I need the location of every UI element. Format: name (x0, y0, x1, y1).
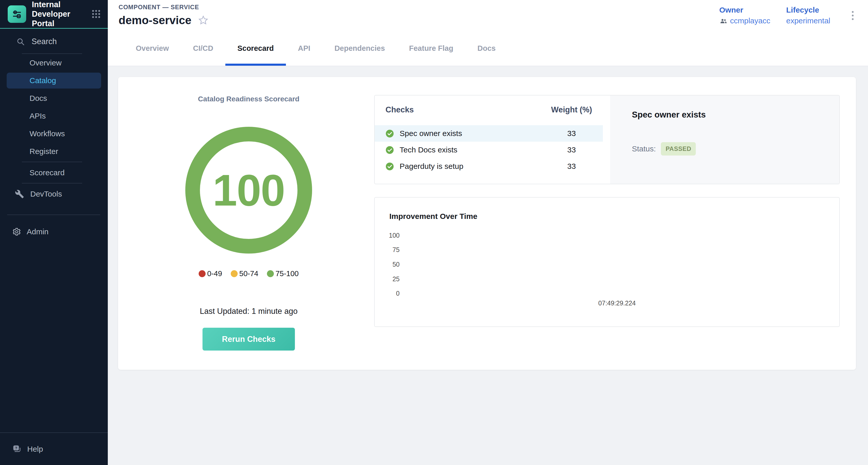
last-updated-text: Last Updated: 1 minute ago (123, 307, 374, 316)
table-row[interactable]: Tech Docs exists 33 (375, 142, 603, 158)
search-icon (16, 37, 25, 46)
sidebar-item-devtools[interactable]: DevTools (0, 185, 108, 203)
sidebar: Internal Developer Portal Search Overvie… (0, 0, 108, 465)
x-axis-tick: 07:49:29.224 (591, 300, 643, 307)
apps-grid-icon[interactable] (92, 10, 100, 18)
divider (22, 162, 82, 162)
help-chat-icon: ? (12, 444, 22, 454)
checks-section: Checks Weight (%) Spec owner exists 33 (374, 77, 856, 370)
check-detail-title: Spec owner exists (632, 110, 824, 120)
checks-table-header: Checks Weight (%) (375, 105, 610, 115)
scorecard-content: Catalog Readiness Scorecard 100 0-49 50-… (108, 66, 868, 465)
group-icon (719, 17, 727, 25)
table-row[interactable]: Pagerduty is setup 33 (375, 158, 603, 175)
tab-feature-flag[interactable]: Feature Flag (397, 31, 465, 66)
sidebar-item-scorecard[interactable]: Scorecard (0, 164, 108, 181)
checks-table: Checks Weight (%) Spec owner exists 33 (375, 95, 610, 184)
owner-value-link[interactable]: ccmplayacc (730, 17, 771, 25)
tab-dependencies[interactable]: Dependencies (322, 31, 397, 66)
sidebar-item-apis[interactable]: APIs (0, 107, 108, 125)
legend-item: 0-49 (199, 270, 222, 278)
divider (22, 183, 82, 184)
favorite-star-icon[interactable] (197, 14, 209, 26)
breadcrumb: COMPONENT — SERVICE (119, 4, 209, 11)
entity-header-meta: Owner ccmplayacc (719, 0, 856, 31)
sidebar-bottom: ? Help (0, 432, 108, 465)
tab-overview[interactable]: Overview (124, 31, 181, 66)
sidebar-search[interactable]: Search (0, 34, 108, 49)
search-label: Search (32, 37, 57, 46)
sidebar-item-help[interactable]: ? Help (0, 433, 108, 465)
sidebar-item-register[interactable]: Register (0, 143, 108, 160)
rerun-checks-button[interactable]: Rerun Checks (203, 328, 295, 350)
legend-dot-0 (199, 270, 206, 277)
table-row[interactable]: Spec owner exists 33 (375, 125, 603, 142)
entity-tabs: Overview CI/CD Scorecard API Dependencie… (108, 31, 868, 66)
circuit-logo-icon (11, 9, 23, 20)
checks-panel: Checks Weight (%) Spec owner exists 33 (374, 95, 840, 184)
y-axis-tick: 0 (375, 289, 400, 297)
check-detail-panel: Spec owner exists Status: PASSED (610, 95, 839, 184)
check-passed-icon (385, 162, 394, 170)
page-title: demo-service (119, 14, 191, 27)
tab-docs[interactable]: Docs (465, 31, 508, 66)
brand-title: Internal Developer Portal (32, 0, 86, 28)
score-legend: 0-49 50-74 75-100 (123, 270, 374, 278)
tab-cicd[interactable]: CI/CD (181, 31, 225, 66)
scorecard-card: Catalog Readiness Scorecard 100 0-49 50-… (118, 77, 856, 370)
check-passed-icon (385, 129, 394, 138)
chart-title: Improvement Over Time (375, 197, 839, 221)
owner-block: Owner ccmplayacc (719, 6, 771, 25)
wrench-icon (15, 189, 24, 198)
entity-header-left: COMPONENT — SERVICE demo-service (119, 4, 209, 31)
sidebar-nav: Overview Catalog Docs APIs Workflows Reg… (0, 54, 108, 160)
sidebar-item-docs[interactable]: Docs (0, 89, 108, 107)
improvement-chart: Improvement Over Time 100 75 50 25 0 07:… (374, 197, 840, 327)
y-axis-tick: 50 (375, 260, 400, 268)
gear-icon (12, 227, 21, 236)
scorecard-title: Catalog Readiness Scorecard (123, 95, 374, 103)
sidebar-item-catalog[interactable]: Catalog (7, 73, 101, 89)
more-options-kebab-icon[interactable] (849, 8, 856, 23)
app-window: Internal Developer Portal Search Overvie… (0, 0, 868, 465)
sidebar-item-admin[interactable]: Admin (0, 223, 108, 241)
score-gauge: 100 (185, 127, 312, 253)
tab-api[interactable]: API (286, 31, 322, 66)
lifecycle-value: experimental (786, 17, 830, 25)
main-area: COMPONENT — SERVICE demo-service Owner (108, 0, 868, 465)
lifecycle-label: Lifecycle (786, 6, 830, 14)
score-value: 100 (213, 165, 285, 216)
sidebar-header: Internal Developer Portal (0, 0, 108, 29)
sidebar-item-workflows[interactable]: Workflows (0, 125, 108, 143)
y-axis-tick: 75 (375, 246, 400, 253)
lifecycle-block: Lifecycle experimental (786, 6, 830, 25)
entity-header: COMPONENT — SERVICE demo-service Owner (108, 0, 868, 31)
legend-item: 75-100 (267, 270, 299, 278)
y-axis-tick: 100 (375, 231, 400, 239)
svg-text:?: ? (15, 446, 17, 450)
status-label: Status: (632, 145, 656, 153)
tab-scorecard[interactable]: Scorecard (225, 31, 286, 66)
divider (7, 215, 100, 215)
portal-logo (8, 5, 26, 23)
owner-label: Owner (719, 6, 771, 14)
y-axis-tick: 25 (375, 275, 400, 283)
legend-dot-2 (267, 270, 274, 277)
sidebar-item-overview[interactable]: Overview (0, 54, 108, 71)
status-badge: PASSED (661, 142, 696, 156)
gauge-section: Catalog Readiness Scorecard 100 0-49 50-… (118, 77, 374, 370)
legend-item: 50-74 (231, 270, 258, 278)
legend-dot-1 (231, 270, 238, 277)
check-passed-icon (385, 146, 394, 154)
